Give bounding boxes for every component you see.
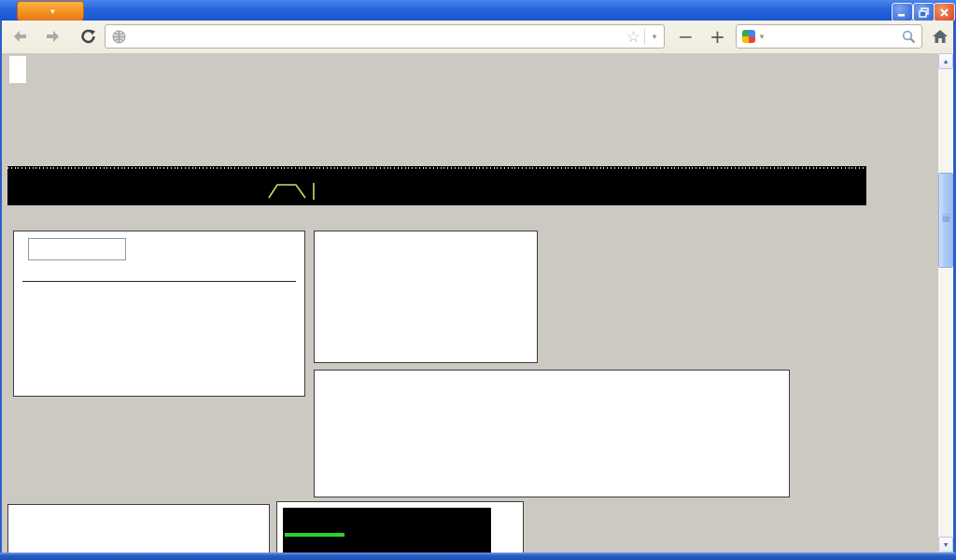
scroll-up-button[interactable]: ▲ — [938, 53, 953, 69]
minimize-icon — [897, 7, 907, 18]
google-logo-icon — [742, 30, 755, 43]
url-dropdown-icon[interactable]: ▼ — [644, 29, 664, 45]
bandwidth-panel — [314, 370, 790, 497]
bookmark-star-icon[interactable]: ☆ — [626, 29, 640, 45]
home-icon — [932, 29, 949, 44]
restore-button[interactable] — [913, 3, 935, 21]
home-button[interactable] — [928, 25, 952, 48]
vertical-scrollbar[interactable]: ▲ ▼ — [938, 53, 953, 553]
firefox-menu-button[interactable]: ▼ — [17, 1, 84, 22]
waterfall-settings-panel — [7, 504, 270, 553]
smeter-panel — [276, 501, 524, 553]
reload-icon — [80, 28, 97, 45]
frequency-scale[interactable] — [7, 166, 866, 205]
browser-toolbar: ☆ ▼ − + ▼ — [0, 21, 956, 54]
passband-indicator[interactable] — [7, 166, 866, 205]
zoom-out-text-button[interactable]: − — [678, 25, 694, 48]
back-icon — [11, 30, 28, 43]
window-border-left — [0, 21, 2, 553]
window-border-bottom — [0, 553, 956, 560]
page-viewport — [2, 53, 938, 553]
back-button[interactable] — [7, 25, 32, 48]
search-engine-dropdown-icon[interactable]: ▼ — [758, 33, 766, 41]
forward-icon — [45, 30, 62, 43]
chevron-down-icon: ▼ — [49, 8, 57, 16]
url-bar[interactable]: ☆ ▼ — [105, 24, 665, 49]
frequency-input[interactable] — [28, 238, 126, 260]
waterfall-display[interactable] — [7, 87, 866, 166]
scroll-down-button[interactable]: ▼ — [938, 537, 953, 553]
scroll-thumb[interactable] — [938, 173, 953, 268]
zoom-in-text-button[interactable]: + — [710, 25, 725, 48]
signal-level-bar — [285, 533, 344, 537]
divider — [22, 281, 296, 282]
reload-button[interactable] — [77, 25, 101, 48]
site-globe-icon — [112, 30, 126, 44]
band-mode-selector — [9, 56, 26, 83]
signal-meter-display — [283, 508, 491, 553]
titlebar: ▼ — [0, 0, 956, 21]
waterfall-view-panel — [314, 231, 538, 363]
restore-icon — [919, 7, 929, 18]
close-button[interactable] — [934, 3, 955, 21]
minimize-button[interactable] — [892, 3, 913, 21]
close-icon — [939, 7, 949, 18]
search-box[interactable]: ▼ — [736, 24, 922, 49]
forward-button[interactable] — [41, 25, 65, 48]
frequency-panel — [13, 231, 305, 397]
search-icon[interactable] — [902, 30, 916, 44]
